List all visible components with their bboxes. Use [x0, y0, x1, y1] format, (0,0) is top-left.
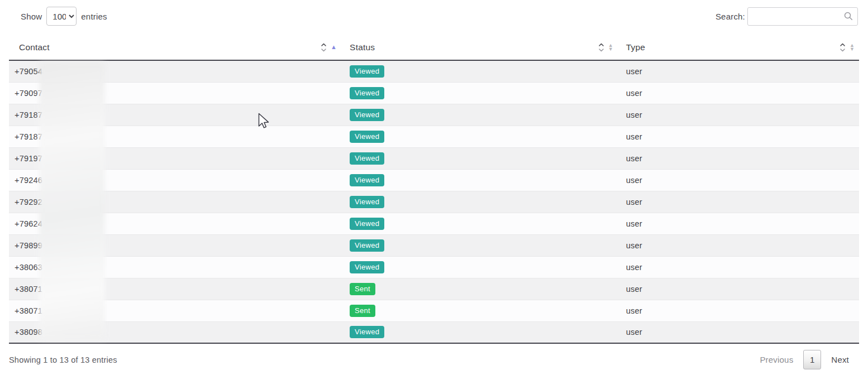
status-cell: Viewed	[341, 60, 618, 82]
table-row: +79187Vieweduser	[9, 104, 859, 126]
status-cell: Viewed	[341, 213, 618, 234]
type-cell: user	[618, 300, 859, 321]
table-row: +79624Vieweduser	[9, 213, 859, 234]
search-control: Search:	[716, 7, 858, 26]
sort-both-icon: ▲ ▼	[850, 44, 855, 51]
search-box	[747, 7, 858, 26]
status-cell: Sent	[341, 278, 618, 300]
status-cell: Viewed	[341, 234, 618, 256]
status-cell: Viewed	[341, 126, 618, 147]
table-row: +38098Vieweduser	[9, 321, 859, 343]
table-row: +79899Vieweduser	[9, 234, 859, 256]
sort-chevrons-icon	[840, 42, 846, 52]
sort-both-icon: ▲ ▼	[608, 44, 613, 51]
sort-chevrons-icon	[321, 42, 327, 52]
table-row: +79246Vieweduser	[9, 169, 859, 191]
status-badge: Viewed	[350, 239, 384, 252]
type-cell: user	[618, 213, 859, 234]
table-info: Showing 1 to 13 of 13 entries	[9, 355, 117, 364]
status-cell: Viewed	[341, 104, 618, 126]
status-badge: Viewed	[350, 152, 384, 165]
status-badge: Viewed	[350, 326, 384, 338]
table-row: +38071Sentuser	[9, 278, 859, 300]
page-button-1[interactable]: 1	[803, 350, 821, 369]
type-cell: user	[618, 104, 859, 126]
search-icon	[844, 12, 853, 21]
entries-label: entries	[81, 12, 107, 21]
status-badge: Viewed	[350, 131, 384, 143]
header-row: Contact ▲ Status	[9, 35, 859, 60]
type-cell: user	[618, 82, 859, 104]
type-cell: user	[618, 126, 859, 147]
table-row: +38063Vieweduser	[9, 256, 859, 278]
status-cell: Viewed	[341, 169, 618, 191]
status-cell: Sent	[341, 300, 618, 321]
table-body: +79054Vieweduser+79097Vieweduser+79187Vi…	[9, 60, 859, 343]
status-cell: Viewed	[341, 147, 618, 169]
status-cell: Viewed	[341, 321, 618, 343]
type-cell: user	[618, 169, 859, 191]
search-label: Search:	[716, 12, 745, 21]
entries-length-control: Show 100 entries	[21, 7, 107, 26]
column-label: Contact	[19, 42, 50, 52]
table-row: +79197Vieweduser	[9, 147, 859, 169]
sort-chevrons-icon	[598, 42, 604, 52]
status-badge: Viewed	[350, 196, 384, 208]
next-button[interactable]: Next	[829, 352, 851, 368]
table-row: +38071Sentuser	[9, 300, 859, 321]
status-badge: Viewed	[350, 261, 384, 273]
status-cell: Viewed	[341, 256, 618, 278]
column-label: Type	[626, 42, 645, 52]
column-label: Status	[350, 42, 375, 52]
type-cell: user	[618, 256, 859, 278]
type-cell: user	[618, 60, 859, 82]
table-controls: Show 100 entries Search:	[0, 0, 868, 28]
table-row: +79187Vieweduser	[9, 126, 859, 147]
status-badge: Viewed	[350, 174, 384, 186]
sort-asc-active-icon: ▲	[331, 44, 337, 50]
type-cell: user	[618, 234, 859, 256]
datatable-page: Show 100 entries Search: Contact	[0, 0, 868, 375]
entries-select[interactable]: 100	[46, 7, 77, 26]
status-badge: Viewed	[350, 109, 384, 121]
type-cell: user	[618, 191, 859, 213]
mouse-cursor	[258, 113, 273, 131]
type-cell: user	[618, 321, 859, 343]
table-footer: Showing 1 to 13 of 13 entries Previous 1…	[9, 344, 859, 369]
previous-button[interactable]: Previous	[757, 352, 795, 368]
table-row: +79292Vieweduser	[9, 191, 859, 213]
column-header-status[interactable]: Status ▲ ▼	[341, 35, 618, 60]
search-input[interactable]	[747, 7, 858, 26]
status-badge: Viewed	[350, 65, 384, 78]
table-row: +79054Vieweduser	[9, 60, 859, 82]
status-badge: Viewed	[350, 218, 384, 230]
status-cell: Viewed	[341, 82, 618, 104]
data-table: Contact ▲ Status	[9, 35, 859, 344]
type-cell: user	[618, 278, 859, 300]
status-badge: Sent	[350, 283, 375, 295]
status-badge: Viewed	[350, 87, 384, 99]
pagination: Previous 1 Next	[757, 350, 859, 369]
status-cell: Viewed	[341, 191, 618, 213]
column-header-contact[interactable]: Contact ▲	[9, 35, 341, 60]
show-label: Show	[21, 12, 42, 21]
table-row: +79097Vieweduser	[9, 82, 859, 104]
type-cell: user	[618, 147, 859, 169]
redaction-blur	[39, 62, 105, 339]
column-header-type[interactable]: Type ▲ ▼	[618, 35, 859, 60]
status-badge: Sent	[350, 305, 375, 317]
